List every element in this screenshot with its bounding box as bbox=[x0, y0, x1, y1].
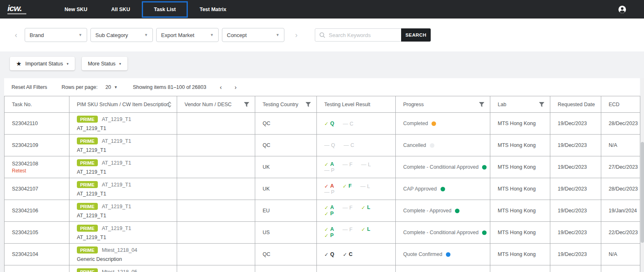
task-no-cell: S23042108Retest bbox=[5, 156, 69, 178]
table-row[interactable]: S23042106PRIMEAT_1219_T1AT_1219_T1EU✓A—F… bbox=[5, 200, 640, 222]
table-row[interactable]: S23042107PRIMEAT_1219_T1AT_1219_T1UK✓A✓F… bbox=[5, 178, 640, 200]
search-input[interactable] bbox=[329, 32, 401, 38]
status-filter-row: ★ Important Status ▾ More Status ▾ bbox=[10, 57, 644, 70]
app-logo-text: icw. bbox=[7, 4, 29, 12]
brand-dropdown-label: Brand bbox=[30, 32, 44, 38]
testing-level-result-cell: —Q—C bbox=[317, 135, 396, 156]
rows-per-page-value[interactable]: 20 bbox=[105, 84, 111, 90]
dash-icon: — bbox=[360, 184, 366, 189]
item-description: AT_1219_T1 bbox=[77, 126, 177, 131]
lab-cell: MTS Hong Kong bbox=[490, 244, 550, 265]
filters-scroll-left-icon[interactable]: ‹ bbox=[12, 31, 20, 39]
prev-page-button[interactable]: ‹ bbox=[220, 84, 222, 91]
sku-cell: PRIMEMtest_1218_05Generic Description bbox=[69, 265, 177, 272]
task-no: S23042105 bbox=[12, 230, 69, 235]
concept-dropdown[interactable]: Concept ▼ bbox=[222, 28, 284, 42]
requested-date-cell: 19/Dec/2023 bbox=[550, 178, 601, 200]
tab-test-matrix[interactable]: Test Matrix bbox=[188, 0, 238, 19]
table-row[interactable]: S23042109PRIMEAT_1219_T1AT_1219_T1QC—Q—C… bbox=[5, 135, 640, 156]
vendor-cell bbox=[177, 265, 255, 272]
table-row[interactable]: S23042110PRIMEAT_1219_T1AT_1219_T1QC✓Q—C… bbox=[5, 113, 640, 135]
table-row[interactable]: S23042105PRIMEAT_1219_T1AT_1219_T1US✓A—F… bbox=[5, 222, 640, 244]
important-status-button[interactable]: ★ Important Status ▾ bbox=[10, 57, 75, 70]
col-testing-country: Testing Country bbox=[255, 96, 317, 113]
progress-label: Complete - Conditional Approved bbox=[403, 164, 478, 170]
user-avatar-icon[interactable] bbox=[618, 5, 627, 14]
top-nav: icw. New SKU All SKU Task List Test Matr… bbox=[0, 0, 644, 19]
progress-status-dot bbox=[441, 187, 445, 191]
requested-date-cell: 19/Dec/2023 bbox=[550, 113, 601, 135]
testing-country-cell: UK bbox=[255, 156, 317, 178]
prime-badge: PRIME bbox=[77, 159, 98, 166]
prime-badge: PRIME bbox=[77, 203, 98, 210]
sub-category-dropdown-label: Sub Category bbox=[95, 32, 128, 38]
filter-funnel-icon[interactable] bbox=[479, 102, 485, 107]
task-no: S23042109 bbox=[12, 142, 69, 148]
reset-all-filters-button[interactable]: Reset All Filters bbox=[12, 84, 47, 90]
sku-cell: PRIMEAT_1219_T1AT_1219_T1 bbox=[69, 156, 177, 178]
task-no: S23042108 bbox=[12, 161, 69, 167]
tab-all-sku[interactable]: All SKU bbox=[99, 0, 142, 19]
test-level-L: —L bbox=[361, 162, 371, 167]
test-level-A: ✓A bbox=[324, 161, 334, 167]
table-row[interactable]: S23042108RetestPRIMEAT_1219_T1AT_1219_T1… bbox=[5, 156, 640, 178]
col-task-no: Task No. bbox=[5, 96, 69, 113]
brand-dropdown[interactable]: Brand ▼ bbox=[25, 28, 87, 42]
tab-new-sku[interactable]: New SKU bbox=[53, 0, 99, 19]
table-row[interactable]: S23042103PRIMEMtest_1218_05Generic Descr… bbox=[5, 265, 640, 272]
col-vendor: Vendor Num / DESC bbox=[177, 96, 255, 113]
table-row[interactable]: S23042104PRIMEMtest_1218_04Generic Descr… bbox=[5, 244, 640, 265]
lab-cell: MTS Hong Kong bbox=[490, 156, 550, 178]
more-status-button[interactable]: More Status ▾ bbox=[82, 57, 127, 70]
test-level-F: —F bbox=[343, 205, 353, 211]
progress-label: CAP Approved bbox=[403, 186, 437, 192]
testing-country-cell: US bbox=[255, 222, 317, 244]
requested-date-cell: 19/Dec/2023 bbox=[550, 135, 601, 156]
testing-country-cell: QC bbox=[255, 135, 317, 156]
task-no-cell: S23042104 bbox=[5, 244, 69, 265]
scrollbar-thumb[interactable] bbox=[641, 142, 644, 243]
lab-cell: MTS Hong Kong bbox=[490, 265, 550, 272]
item-description: AT_1219_T1 bbox=[77, 191, 177, 197]
ecd-cell: 19/Dec/2023 bbox=[601, 265, 640, 272]
check-icon: ✓ bbox=[324, 226, 328, 232]
prime-badge: PRIME bbox=[77, 181, 98, 188]
vertical-scrollbar-track[interactable] bbox=[641, 78, 644, 272]
chevron-down-icon: ▾ bbox=[119, 62, 121, 66]
task-no: S23042110 bbox=[12, 121, 69, 126]
progress-label: Cancelled bbox=[403, 142, 426, 148]
requested-date-cell: 19/Dec/2023 bbox=[550, 200, 601, 222]
important-status-label: Important Status bbox=[25, 61, 63, 67]
progress-cell: Quote Confirmed bbox=[396, 244, 490, 265]
test-level-F: —F bbox=[343, 162, 353, 167]
filter-funnel-icon[interactable] bbox=[244, 102, 249, 107]
vendor-cell bbox=[177, 178, 255, 200]
rows-per-page: Rows per page: 20 ▼ bbox=[62, 84, 118, 90]
nav-tabs: New SKU All SKU Task List Test Matrix bbox=[53, 0, 238, 19]
filters-scroll-right-icon[interactable]: › bbox=[293, 31, 300, 39]
chevron-down-icon: ▼ bbox=[276, 33, 279, 37]
progress-status-dot bbox=[455, 209, 459, 213]
tab-task-list[interactable]: Task List bbox=[142, 1, 187, 18]
filter-funnel-icon[interactable] bbox=[539, 102, 545, 107]
ecd-cell: N/A bbox=[601, 135, 640, 156]
next-page-button[interactable]: › bbox=[235, 84, 237, 91]
prime-badge: PRIME bbox=[77, 268, 98, 272]
prime-badge: PRIME bbox=[77, 246, 98, 253]
search-button[interactable]: SEARCH bbox=[401, 28, 431, 42]
task-no: S23042106 bbox=[12, 208, 69, 214]
task-no-cell: S23042105 bbox=[5, 222, 69, 244]
task-no-cell: S23042103 bbox=[5, 265, 69, 272]
sub-category-dropdown[interactable]: Sub Category ▼ bbox=[90, 28, 153, 42]
filter-funnel-icon[interactable] bbox=[305, 102, 311, 107]
chevron-down-icon[interactable]: ▼ bbox=[114, 85, 118, 89]
sort-icon[interactable] bbox=[168, 102, 171, 107]
task-no-cell: S23042106 bbox=[5, 200, 69, 222]
sku-cell: PRIMEAT_1219_T1AT_1219_T1 bbox=[69, 222, 177, 244]
lab-cell: MTS Hong Kong bbox=[490, 200, 550, 222]
export-market-dropdown[interactable]: Export Market ▼ bbox=[156, 28, 219, 42]
sku-srcnum: AT_1219_T1 bbox=[102, 226, 131, 231]
progress-status-dot bbox=[430, 143, 434, 148]
requested-date-cell: 19/Dec/2023 bbox=[550, 244, 601, 265]
test-level-C: ✓C bbox=[343, 251, 353, 258]
